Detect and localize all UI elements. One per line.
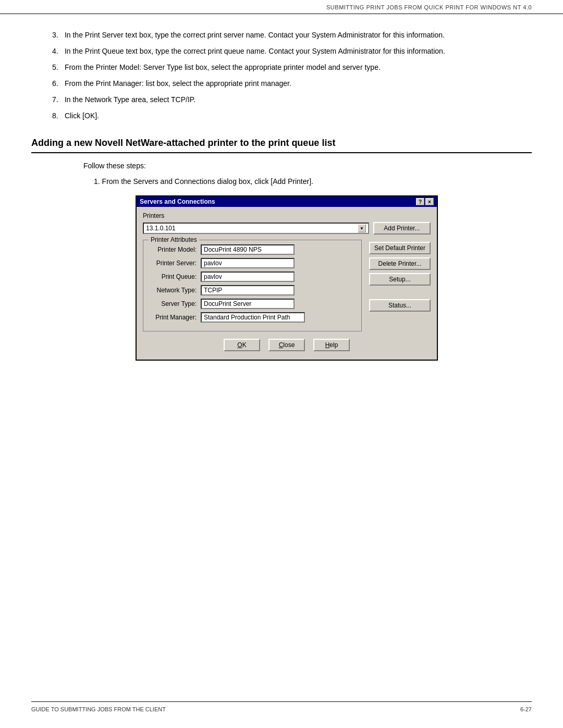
delete-printer-button[interactable]: Delete Printer...: [369, 257, 431, 270]
item-number: 5.: [52, 62, 63, 73]
attr-label-print-manager: Print Manager:: [150, 314, 197, 321]
help-title-button[interactable]: ?: [416, 198, 424, 205]
attr-label-network-type: Network Type:: [150, 287, 197, 294]
attr-value-network-type: TCPIP: [201, 285, 295, 295]
item-number: 6.: [52, 78, 63, 89]
dropdown-arrow-icon[interactable]: ▼: [358, 224, 366, 232]
numbered-list: 3. In the Print Server text box, type th…: [52, 30, 532, 121]
sub-item-text: From the Servers and Connections dialog …: [102, 177, 313, 186]
list-item: 8. Click [OK].: [52, 110, 532, 121]
item-number: 7.: [52, 94, 63, 105]
status-button[interactable]: Status...: [369, 299, 431, 312]
main-content: 3. In the Print Server text box, type th…: [0, 14, 563, 397]
attributes-group-legend: Printer Attributes: [149, 236, 199, 243]
item-text: In the Network Type area, select TCP/IP.: [65, 95, 195, 104]
page-footer: GUIDE TO SUBMITTING JOBS FROM THE CLIENT…: [31, 701, 532, 712]
attr-label-printer-model: Printer Model:: [150, 246, 197, 253]
attr-label-server-type: Server Type:: [150, 300, 197, 307]
dialog-middle: Printer Attributes Printer Model: DocuPr…: [143, 240, 431, 331]
list-item: 4. In the Print Queue text box, type the…: [52, 46, 532, 57]
sub-item-number: 1.: [94, 177, 100, 186]
help-button[interactable]: Help: [313, 339, 350, 351]
follow-steps-label: Follow these steps:: [83, 162, 532, 170]
ok-button[interactable]: OK: [224, 339, 260, 351]
item-text: From the Print Manager: list box, select…: [65, 79, 291, 88]
footer-left: GUIDE TO SUBMITTING JOBS FROM THE CLIENT: [31, 706, 166, 712]
close-label: Close: [279, 341, 295, 349]
right-buttons: Set Default Printer Delete Printer... Se…: [369, 240, 431, 331]
printer-dropdown[interactable]: 13.1.0.101 ▼: [143, 223, 369, 234]
list-item: 3. In the Print Server text box, type th…: [52, 30, 532, 41]
ok-label: OK: [237, 341, 246, 349]
item-text: From the Printer Model: Server Type list…: [65, 63, 381, 71]
section-heading: Adding a new Novell NetWare-attached pri…: [31, 137, 532, 153]
item-text: Click [OK].: [65, 112, 99, 120]
add-printer-button[interactable]: Add Printer...: [373, 222, 431, 235]
sub-list: 1. From the Servers and Connections dial…: [94, 176, 532, 187]
printer-row: 13.1.0.101 ▼ Add Printer...: [143, 222, 431, 235]
header-text: SUBMITTING PRINT JOBS FROM QUICK PRINT F…: [326, 4, 532, 10]
printer-dropdown-value: 13.1.0.101: [146, 225, 176, 232]
attr-value-printer-model: DocuPrint 4890 NPS: [201, 244, 295, 255]
attr-value-print-queue: pavlov: [201, 272, 295, 282]
attr-value-server-type: DocuPrint Server: [201, 299, 295, 309]
page-container: SUBMITTING PRINT JOBS FROM QUICK PRINT F…: [0, 0, 563, 728]
attr-value-printer-server: pavlov: [201, 258, 295, 268]
dialog-title-bar: Servers and Connections ? ×: [137, 196, 437, 207]
list-item: 7. In the Network Type area, select TCP/…: [52, 94, 532, 105]
attr-value-print-manager: Standard Production Print Path: [201, 312, 305, 323]
printers-label: Printers: [143, 212, 431, 219]
item-text: In the Print Queue text box, type the co…: [65, 47, 445, 55]
dialog-body: Printers 13.1.0.101 ▼ Add Printer...: [137, 207, 437, 360]
dialog-box: Servers and Connections ? × Printers 13.…: [136, 195, 438, 361]
attr-label-printer-server: Printer Server:: [150, 260, 197, 267]
attr-row-printer-model: Printer Model: DocuPrint 4890 NPS: [150, 244, 355, 255]
help-label: Help: [325, 341, 338, 349]
list-item: 5. From the Printer Model: Server Type l…: [52, 62, 532, 73]
dialog-title-controls: ? ×: [416, 198, 434, 205]
set-default-button[interactable]: Set Default Printer: [369, 242, 431, 254]
attr-label-print-queue: Print Queue:: [150, 273, 197, 280]
dialog-title: Servers and Connections: [140, 198, 215, 205]
sub-item: 1. From the Servers and Connections dial…: [94, 176, 532, 187]
printer-attributes-group: Printer Attributes Printer Model: DocuPr…: [143, 240, 362, 331]
attr-row-network-type: Network Type: TCPIP: [150, 285, 355, 295]
dialog-footer: OK Close Help: [143, 339, 431, 353]
attr-row-printer-server: Printer Server: pavlov: [150, 258, 355, 268]
list-item: 6. From the Print Manager: list box, sel…: [52, 78, 532, 89]
item-number: 3.: [52, 30, 63, 41]
item-number: 4.: [52, 46, 63, 57]
setup-button[interactable]: Setup...: [369, 273, 431, 286]
close-button[interactable]: Close: [268, 339, 305, 351]
attr-row-server-type: Server Type: DocuPrint Server: [150, 299, 355, 309]
attr-row-print-manager: Print Manager: Standard Production Print…: [150, 312, 355, 323]
item-text: In the Print Server text box, type the c…: [65, 31, 445, 39]
attr-row-print-queue: Print Queue: pavlov: [150, 272, 355, 282]
close-title-button[interactable]: ×: [425, 198, 434, 205]
footer-right: 6-27: [520, 706, 532, 712]
page-header: SUBMITTING PRINT JOBS FROM QUICK PRINT F…: [0, 0, 563, 14]
item-number: 8.: [52, 110, 63, 121]
dialog-container: Servers and Connections ? × Printers 13.…: [136, 195, 438, 361]
